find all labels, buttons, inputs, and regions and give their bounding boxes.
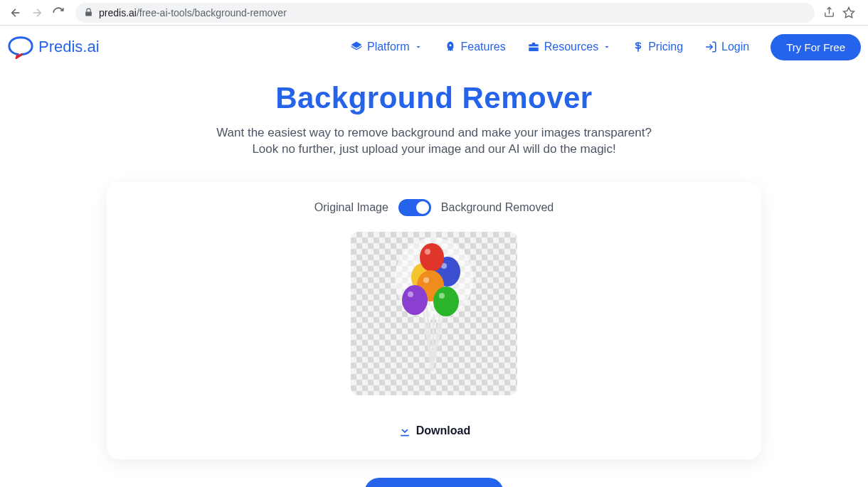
svg-point-12 — [439, 293, 445, 299]
star-icon[interactable] — [842, 6, 855, 19]
browser-toolbar: predis.ai/free-ai-tools/background-remov… — [0, 0, 868, 26]
result-card: Original Image Background Removed — [107, 182, 761, 459]
balloons-image — [388, 236, 480, 378]
nav-label: Features — [461, 41, 506, 53]
download-label: Download — [416, 424, 470, 437]
svg-point-9 — [402, 285, 428, 315]
svg-point-6 — [425, 249, 430, 255]
nav-label: Login — [721, 41, 749, 53]
try-label: Try For Free — [786, 41, 845, 53]
rocket-icon — [444, 41, 457, 53]
brand-logo[interactable]: Predis.ai — [7, 35, 100, 59]
address-bar[interactable]: predis.ai/free-ai-tools/background-remov… — [75, 3, 815, 23]
lock-icon — [84, 8, 93, 17]
nav-login[interactable]: Login — [704, 41, 749, 53]
nav-label: Resources — [544, 41, 598, 53]
view-toggle-row: Original Image Background Removed — [121, 199, 747, 216]
dollar-icon — [633, 41, 644, 53]
download-icon — [398, 424, 412, 438]
download-button[interactable]: Download — [121, 424, 747, 438]
layers-icon — [350, 41, 363, 53]
back-button[interactable] — [7, 4, 24, 21]
nav-platform[interactable]: Platform — [350, 41, 423, 53]
page-subtitle: Want the easiest way to remove backgroun… — [14, 125, 854, 158]
main-nav: Platform Features Resources Pricing — [350, 34, 861, 60]
chevron-down-icon — [414, 43, 423, 51]
page-title: Background Remover — [14, 81, 854, 115]
try-for-free-button[interactable]: Try For Free — [771, 34, 861, 60]
chevron-down-icon — [603, 43, 611, 51]
forward-button[interactable] — [28, 4, 46, 21]
nav-features[interactable]: Features — [444, 41, 506, 53]
toggle-knob — [416, 201, 429, 214]
speech-bubble-icon — [7, 35, 34, 59]
nav-resources[interactable]: Resources — [527, 41, 611, 53]
toggle-label-right: Background Removed — [441, 201, 554, 214]
svg-point-10 — [408, 291, 413, 297]
url-text: predis.ai/free-ai-tools/background-remov… — [99, 7, 287, 18]
toggle-label-left: Original Image — [314, 201, 388, 214]
hero-section: Background Remover Want the easiest way … — [0, 68, 868, 165]
svg-point-5 — [420, 243, 444, 272]
view-toggle[interactable] — [398, 199, 431, 216]
upload-image-button[interactable]: Upload Image — [364, 478, 504, 487]
share-icon[interactable] — [823, 6, 835, 18]
login-icon — [704, 41, 717, 53]
svg-point-8 — [423, 277, 429, 283]
reload-button[interactable] — [50, 4, 67, 21]
site-header: Predis.ai Platform Features Resources — [0, 26, 868, 68]
nav-label: Pricing — [648, 41, 683, 53]
brand-name: Predis.ai — [38, 38, 100, 56]
nav-label: Platform — [367, 41, 410, 53]
briefcase-icon — [527, 41, 540, 53]
svg-marker-0 — [844, 7, 854, 17]
image-preview — [351, 232, 517, 395]
nav-pricing[interactable]: Pricing — [633, 41, 683, 53]
svg-point-11 — [433, 287, 459, 316]
